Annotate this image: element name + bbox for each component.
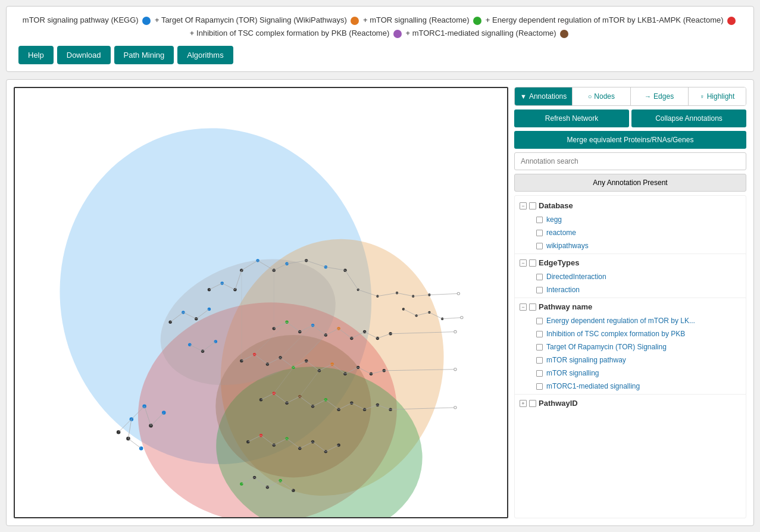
- pathway-item-mtor-signalling: mTOR signalling: [515, 367, 746, 380]
- merge-button[interactable]: Merge equivalent Proteins/RNAs/Genes: [514, 131, 746, 149]
- group-edgetypes-header: − EdgeTypes: [515, 255, 746, 270]
- svg-point-89: [454, 368, 456, 371]
- svg-point-112: [454, 406, 456, 409]
- pathwayid-expand-btn[interactable]: +: [520, 400, 527, 407]
- annotation-search-input[interactable]: [514, 152, 746, 170]
- pathway-item-inhibition: Inhibition of TSC complex formation by P…: [515, 327, 746, 340]
- help-button[interactable]: Help: [18, 46, 54, 64]
- database-check-box[interactable]: [529, 202, 536, 209]
- svg-point-120: [337, 443, 340, 446]
- tab-nodes-label: Nodes: [594, 92, 615, 101]
- pathway-item-mtor-signaling: mTOR signaling pathway: [515, 353, 746, 367]
- top-panel: mTOR signaling pathway (KEGG) + Target O…: [6, 6, 754, 72]
- tor-checkbox[interactable]: [536, 344, 543, 351]
- legend-item-tor: Target Of Rapamycin (TOR) Signaling (Wik…: [161, 15, 347, 24]
- tab-annotations-label: Annotations: [529, 92, 567, 101]
- annotation-tree: − Database kegg reactome wikipathways −: [514, 195, 746, 518]
- main-panel: ▼ Annotations ○ Nodes → Edges ♀ Highligh…: [6, 79, 754, 526]
- svg-point-143: [461, 317, 463, 319]
- tab-annotations[interactable]: ▼ Annotations: [515, 87, 573, 105]
- edgetypes-expand-btn[interactable]: −: [520, 259, 527, 267]
- database-group-label: Database: [539, 201, 573, 210]
- legend-item-mtorc1: mTORC1-mediated signalling (Reactome): [412, 29, 556, 37]
- edges-icon: →: [645, 93, 651, 100]
- pathway-item-energy: Energy dependent regulation of mTOR by L…: [515, 314, 746, 327]
- nodes-icon: ○: [588, 93, 592, 100]
- annotation-select-wrapper[interactable]: Any Annotation Present: [514, 174, 746, 192]
- highlight-icon: ♀: [699, 93, 704, 100]
- directed-checkbox[interactable]: [536, 274, 543, 280]
- algorithms-button[interactable]: Algorithms: [177, 46, 233, 64]
- database-item-reactome: reactome: [515, 226, 746, 239]
- download-button[interactable]: Download: [57, 46, 111, 64]
- database-item-kegg: kegg: [515, 213, 746, 226]
- network-area[interactable]: [14, 87, 508, 518]
- group-database-header: − Database: [515, 198, 746, 213]
- interaction-checkbox[interactable]: [536, 287, 543, 293]
- reactome-label[interactable]: reactome: [546, 229, 576, 237]
- reactome-checkbox[interactable]: [536, 230, 543, 236]
- right-panel: ▼ Annotations ○ Nodes → Edges ♀ Highligh…: [514, 87, 746, 518]
- wikipathways-label[interactable]: wikipathways: [546, 242, 589, 250]
- energy-checkbox[interactable]: [536, 318, 543, 324]
- svg-point-64: [454, 331, 456, 333]
- filter-icon: ▼: [520, 93, 527, 100]
- collapse-annotations-button[interactable]: Collapse Annotations: [631, 109, 746, 127]
- edgetype-interaction: Interaction: [515, 283, 746, 296]
- energy-label[interactable]: Energy dependent regulation of mTOR by L…: [546, 317, 695, 325]
- inhibition-label[interactable]: Inhibition of TSC complex formation by P…: [546, 330, 685, 338]
- svg-line-142: [442, 318, 462, 319]
- inhibition-checkbox[interactable]: [536, 331, 543, 337]
- tabs-bar: ▼ Annotations ○ Nodes → Edges ♀ Highligh…: [514, 87, 746, 106]
- path-mining-button[interactable]: Path Mining: [114, 46, 174, 64]
- tab-nodes[interactable]: ○ Nodes: [573, 87, 630, 105]
- legend-item-kegg: mTOR signaling pathway (KEGG): [23, 15, 139, 24]
- group-pathway-header: − Pathway name: [515, 299, 746, 314]
- svg-point-152: [201, 350, 204, 353]
- database-expand-btn[interactable]: −: [520, 202, 527, 209]
- toolbar: Help Download Path Mining Algorithms: [18, 46, 742, 64]
- tab-highlight[interactable]: ♀ Highlight: [689, 87, 746, 105]
- interaction-label[interactable]: Interaction: [546, 286, 580, 294]
- tab-highlight-label: Highlight: [707, 92, 735, 101]
- mtor-signalling-label[interactable]: mTOR signalling: [546, 369, 599, 377]
- svg-line-42: [429, 294, 458, 295]
- action-row-1: Refresh Network Collapse Annotations: [514, 109, 746, 127]
- wikipathways-checkbox[interactable]: [536, 243, 543, 249]
- legend: mTOR signaling pathway (KEGG) + Target O…: [18, 14, 742, 40]
- mtor-signaling-label[interactable]: mTOR signaling pathway: [546, 356, 626, 364]
- group-pathwayid-header: + PathwayID: [515, 396, 746, 411]
- mtor-signaling-checkbox[interactable]: [536, 357, 543, 364]
- svg-point-43: [457, 292, 459, 295]
- edgetypes-group-label: EdgeTypes: [539, 258, 579, 267]
- pathway-item-tor: Target Of Rapamycin (TOR) Signaling: [515, 340, 746, 353]
- mtor-signalling-checkbox[interactable]: [536, 370, 543, 377]
- edgetypes-check-box[interactable]: [529, 259, 536, 267]
- mtorc1-checkbox[interactable]: [536, 383, 543, 390]
- mtorc1-label[interactable]: mTORC1-mediated signalling: [546, 382, 640, 390]
- pathway-expand-btn[interactable]: −: [520, 303, 527, 311]
- kegg-checkbox[interactable]: [536, 217, 543, 223]
- database-item-wikipathways: wikipathways: [515, 239, 746, 252]
- tab-edges-label: Edges: [653, 92, 674, 101]
- refresh-network-button[interactable]: Refresh Network: [514, 109, 629, 127]
- legend-item-reactome-mtor: mTOR signalling (Reactome): [370, 15, 469, 24]
- legend-item-tsc: Inhibition of TSC complex formation by P…: [196, 29, 389, 37]
- tab-edges[interactable]: → Edges: [631, 87, 689, 105]
- pathway-group-label: Pathway name: [539, 302, 592, 311]
- kegg-label[interactable]: kegg: [546, 215, 562, 224]
- pathway-item-mtorc1: mTORC1-mediated signalling: [515, 380, 746, 393]
- annotation-select[interactable]: Any Annotation Present: [514, 174, 746, 192]
- pathway-check-box[interactable]: [529, 303, 536, 311]
- directed-label[interactable]: DirectedInteraction: [546, 273, 606, 281]
- pathwayid-check-box[interactable]: [529, 400, 536, 407]
- edgetype-directed: DirectedInteraction: [515, 270, 746, 283]
- legend-item-energy: Energy dependent regulation of mTOR by L…: [492, 15, 724, 24]
- pathwayid-group-label: PathwayID: [539, 399, 578, 408]
- tor-label[interactable]: Target Of Rapamycin (TOR) Signaling: [546, 343, 667, 351]
